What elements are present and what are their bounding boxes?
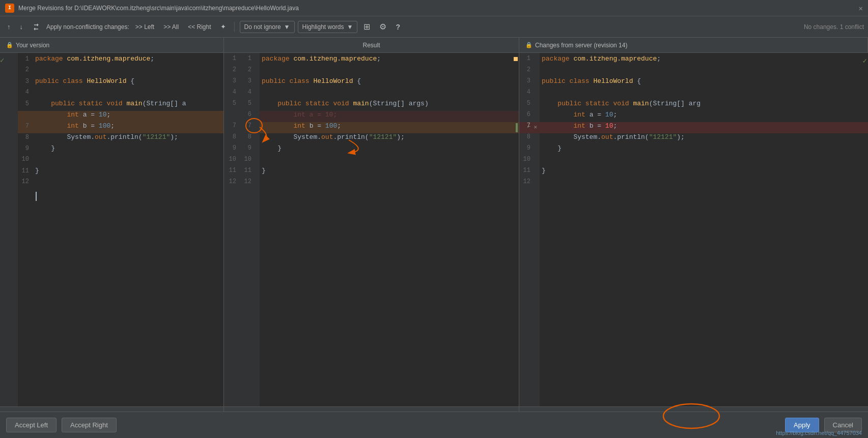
reject-right-icon[interactable]: ✕ <box>534 124 537 130</box>
help-button[interactable]: ? <box>393 21 403 33</box>
left-panel: ✓ 1 package com.itzheng.mapreduce; 2 3 p… <box>0 53 224 412</box>
main-content: ✓ 1 package com.itzheng.mapreduce; 2 3 p… <box>0 53 868 412</box>
table-row: 11 <box>519 167 540 178</box>
highlight-dropdown-arrow-icon: ▼ <box>347 23 353 31</box>
toolbar: ↑ ↓ Apply non-conflicting changes: >> Le… <box>0 16 868 38</box>
table-row: 7 int b = 100; <box>18 122 223 133</box>
accept-right-icon[interactable]: ⌐ <box>527 124 530 130</box>
table-row: 4 4 <box>224 89 260 100</box>
table-row: 12 12 <box>224 178 260 189</box>
table-row: 9 } <box>18 144 223 156</box>
window-title: Merge Revisions for D:\IDEAWORK\com.itzh… <box>18 5 299 12</box>
lock-icon-right: 🔒 <box>525 42 533 48</box>
table-row: package com.itzheng.mapreduce; <box>260 55 519 66</box>
middle-panel-title: Result <box>362 42 380 49</box>
accept-left-button[interactable]: Accept Left <box>6 418 57 432</box>
table-row: 9 9 <box>224 144 260 156</box>
toolbar-separator-1 <box>234 22 235 32</box>
left-code-area[interactable]: 1 package com.itzheng.mapreduce; 2 3 pub… <box>18 53 223 406</box>
settings-button[interactable]: ⚙ <box>376 20 389 34</box>
right-line-numbers: 1 2 3 4 5 6 7 ⌐ ✕ 8 9 10 11 12 <box>519 53 540 406</box>
right-panel-title: Changes from server (revision 14) <box>535 42 627 49</box>
middle-code-area[interactable]: package com.itzheng.mapreduce; public cl… <box>260 53 519 406</box>
columns-button[interactable]: ⊞ <box>360 20 373 34</box>
lock-icon-left: 🔒 <box>6 42 13 48</box>
table-row: int b = 100; <box>260 122 519 133</box>
table-row: 1 1 <box>224 55 260 66</box>
table-row: 8 <box>519 133 540 144</box>
down-button[interactable]: ↓ <box>17 21 26 33</box>
apply-all-button[interactable]: >> All <box>160 21 182 33</box>
table-row: 2 2 <box>224 66 260 77</box>
table-row: 7 7 <box>224 122 260 133</box>
do-not-ignore-dropdown[interactable]: Do not ignore ▼ <box>240 21 295 33</box>
table-row: 10 <box>18 156 223 167</box>
table-row: 8 8 <box>224 133 260 144</box>
table-row: 11 } <box>18 167 223 178</box>
right-gutter-check: ✓ <box>863 56 867 65</box>
left-line-numbers <box>0 53 18 406</box>
right-panel-header: 🔒 Changes from server (revision 14) <box>519 38 868 52</box>
table-row: 6 <box>519 111 540 122</box>
middle-panel-header: Result <box>224 38 519 52</box>
middle-panel-inner: 1 1 2 2 3 3 4 4 <box>224 53 519 406</box>
table-row: package com.itzheng.mapreduce; ✓ <box>540 55 868 66</box>
table-row: public class HelloWorld { <box>260 77 519 89</box>
highlight-words-dropdown[interactable]: Highlight words ▼ <box>298 21 358 33</box>
highlight-words-label: Highlight words <box>302 23 344 31</box>
table-row: System.out.println("12121"); <box>260 133 519 144</box>
left-panel-title: Your version <box>16 42 49 49</box>
right-scrollbar[interactable] <box>519 406 868 412</box>
table-row: 4 <box>18 89 223 100</box>
table-row <box>260 156 519 167</box>
table-row: 5 public static void main(String[] a <box>18 100 223 111</box>
url-text: https://blog.csdn.net/qq_44757034 <box>776 430 862 436</box>
title-bar: I Merge Revisions for D:\IDEAWORK\com.it… <box>0 0 868 16</box>
table-row: int a = 10; <box>18 111 223 122</box>
table-row: 10 <box>519 156 540 167</box>
table-row: 2 <box>18 66 223 77</box>
wand-icon: ✦ <box>220 23 226 31</box>
sync-icon-button[interactable] <box>29 21 43 33</box>
table-row: } <box>260 167 519 178</box>
middle-scrollbar[interactable] <box>224 406 519 412</box>
left-scrollbar[interactable] <box>0 406 223 412</box>
bottom-bar: Accept Left Accept Right Apply Cancel ht… <box>0 412 868 438</box>
apply-left-label: >> Left <box>135 23 154 31</box>
down-arrow-icon: ↓ <box>20 23 23 31</box>
table-row: 5 <box>519 100 540 111</box>
table-row: 9 <box>519 144 540 156</box>
apply-left-button[interactable]: >> Left <box>132 21 157 33</box>
app-icon: I <box>5 4 14 13</box>
conflict-marker-green <box>516 123 518 132</box>
help-icon: ? <box>396 23 400 31</box>
table-row: 3 <box>519 77 540 89</box>
table-row: int a = 10; <box>260 111 519 122</box>
table-row: 7 ⌐ ✕ <box>519 122 540 133</box>
table-row: public static void main(String[] args) <box>260 100 519 111</box>
close-button[interactable]: ✕ <box>859 4 863 12</box>
table-row <box>260 89 519 100</box>
table-row: 4 <box>519 89 540 100</box>
right-code-area[interactable]: package com.itzheng.mapreduce; ✓ public … <box>540 53 868 406</box>
table-row: } <box>540 167 868 178</box>
table-row <box>540 89 868 100</box>
table-row: public static void main(String[] arg <box>540 100 868 111</box>
cursor <box>36 192 37 201</box>
middle-line-numbers: 1 1 2 2 3 3 4 4 <box>224 53 260 406</box>
table-row: 2 <box>519 66 540 77</box>
table-row: int b = 10; <box>540 122 868 133</box>
accept-right-button[interactable]: Accept Right <box>62 418 117 432</box>
dropdown-arrow-icon: ▼ <box>284 23 290 31</box>
left-panel-header: 🔒 Your version <box>0 38 224 52</box>
wand-button[interactable]: ✦ <box>217 21 229 33</box>
apply-right-button[interactable]: << Right <box>185 21 214 33</box>
table-row: 12 <box>18 178 223 189</box>
table-row <box>540 178 868 189</box>
up-button[interactable]: ↑ <box>4 21 14 33</box>
table-row: 1 package com.itzheng.mapreduce; <box>18 55 223 66</box>
table-row: 12 <box>519 178 540 189</box>
table-row: } <box>260 144 519 156</box>
table-row: System.out.println("12121"); <box>540 133 868 144</box>
table-row: public class HelloWorld { <box>540 77 868 89</box>
